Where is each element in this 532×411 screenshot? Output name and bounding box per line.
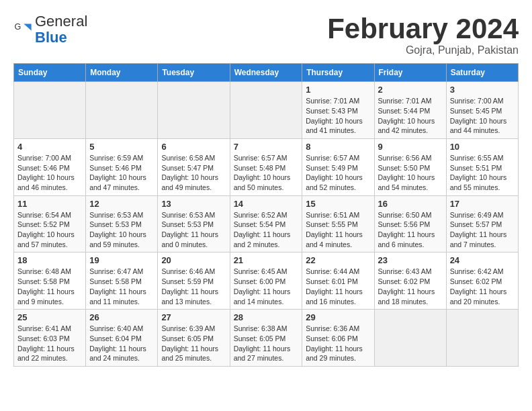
calendar-week-row: 4Sunrise: 7:00 AMSunset: 5:46 PMDaylight… (14, 138, 519, 195)
day-info: Sunrise: 6:54 AMSunset: 5:52 PMDaylight:… (17, 210, 82, 250)
day-info: Sunrise: 7:01 AMSunset: 5:44 PMDaylight:… (378, 96, 443, 136)
day-info: Sunrise: 6:58 AMSunset: 5:47 PMDaylight:… (161, 153, 226, 193)
day-number: 22 (306, 255, 370, 265)
calendar-cell: 3Sunrise: 7:00 AMSunset: 5:45 PMDaylight… (446, 82, 518, 139)
calendar-cell: 11Sunrise: 6:54 AMSunset: 5:52 PMDayligh… (14, 195, 86, 253)
day-info: Sunrise: 6:46 AMSunset: 5:59 PMDaylight:… (161, 267, 226, 306)
weekday-header-cell: Wednesday (230, 64, 302, 82)
day-info: Sunrise: 6:45 AMSunset: 6:00 PMDaylight:… (234, 267, 299, 306)
calendar-cell: 7Sunrise: 6:57 AMSunset: 5:48 PMDaylight… (230, 138, 302, 195)
day-info: Sunrise: 6:56 AMSunset: 5:50 PMDaylight:… (378, 153, 443, 193)
day-number: 2 (378, 85, 443, 95)
day-info: Sunrise: 6:38 AMSunset: 6:05 PMDaylight:… (234, 324, 299, 363)
calendar-cell: 28Sunrise: 6:38 AMSunset: 6:05 PMDayligh… (230, 310, 302, 367)
day-info: Sunrise: 6:48 AMSunset: 5:58 PMDaylight:… (17, 267, 82, 306)
weekday-header-cell: Thursday (302, 64, 374, 82)
weekday-header-cell: Monday (86, 64, 158, 82)
calendar-cell: 6Sunrise: 6:58 AMSunset: 5:47 PMDaylight… (158, 138, 230, 195)
day-number: 18 (17, 255, 82, 265)
day-number: 3 (450, 85, 515, 95)
day-info: Sunrise: 6:57 AMSunset: 5:48 PMDaylight:… (234, 153, 299, 193)
day-info: Sunrise: 6:47 AMSunset: 5:58 PMDaylight:… (89, 267, 154, 306)
title-area: February 2024 Gojra, Punjab, Pakistan (327, 13, 519, 56)
day-info: Sunrise: 6:52 AMSunset: 5:54 PMDaylight:… (234, 210, 299, 250)
weekday-header-row: SundayMondayTuesdayWednesdayThursdayFrid… (14, 64, 519, 82)
weekday-header-cell: Tuesday (158, 64, 230, 82)
day-number: 20 (161, 255, 226, 265)
calendar-week-row: 18Sunrise: 6:48 AMSunset: 5:58 PMDayligh… (14, 253, 519, 310)
day-number: 15 (306, 199, 370, 209)
calendar-cell: 17Sunrise: 6:49 AMSunset: 5:57 PMDayligh… (446, 195, 518, 253)
day-number: 12 (89, 199, 154, 209)
calendar-cell: 15Sunrise: 6:51 AMSunset: 5:55 PMDayligh… (302, 195, 374, 253)
day-number: 24 (450, 255, 515, 265)
calendar-cell (158, 82, 230, 139)
calendar-cell (446, 310, 518, 367)
weekday-header-cell: Sunday (14, 64, 86, 82)
day-number: 1 (306, 85, 370, 95)
calendar-cell: 10Sunrise: 6:55 AMSunset: 5:51 PMDayligh… (446, 138, 518, 195)
calendar-cell: 29Sunrise: 6:36 AMSunset: 6:06 PMDayligh… (302, 310, 374, 367)
day-info: Sunrise: 6:57 AMSunset: 5:49 PMDaylight:… (306, 153, 370, 193)
day-number: 6 (161, 142, 226, 152)
calendar-cell: 2Sunrise: 7:01 AMSunset: 5:44 PMDaylight… (374, 82, 446, 139)
calendar-cell: 9Sunrise: 6:56 AMSunset: 5:50 PMDaylight… (374, 138, 446, 195)
day-info: Sunrise: 6:41 AMSunset: 6:03 PMDaylight:… (17, 324, 82, 363)
calendar-body: 1Sunrise: 7:01 AMSunset: 5:43 PMDaylight… (14, 82, 519, 367)
day-info: Sunrise: 6:59 AMSunset: 5:46 PMDaylight:… (89, 153, 154, 193)
calendar-cell (86, 82, 158, 139)
day-number: 16 (378, 199, 443, 209)
calendar-cell: 14Sunrise: 6:52 AMSunset: 5:54 PMDayligh… (230, 195, 302, 253)
day-number: 19 (89, 255, 154, 265)
day-number: 14 (234, 199, 299, 209)
day-info: Sunrise: 6:49 AMSunset: 5:57 PMDaylight:… (450, 210, 515, 250)
day-info: Sunrise: 6:53 AMSunset: 5:53 PMDaylight:… (89, 210, 154, 250)
weekday-header-cell: Friday (374, 64, 446, 82)
day-info: Sunrise: 6:40 AMSunset: 6:04 PMDaylight:… (89, 324, 154, 363)
day-number: 23 (378, 255, 443, 265)
day-number: 7 (234, 142, 299, 152)
logo-icon: G (13, 20, 32, 39)
calendar-week-row: 1Sunrise: 7:01 AMSunset: 5:43 PMDaylight… (14, 82, 519, 139)
logo-text: General Blue (35, 13, 87, 46)
day-info: Sunrise: 6:55 AMSunset: 5:51 PMDaylight:… (450, 153, 515, 193)
calendar-cell: 19Sunrise: 6:47 AMSunset: 5:58 PMDayligh… (86, 253, 158, 310)
svg-marker-1 (24, 24, 31, 31)
calendar-cell: 24Sunrise: 6:42 AMSunset: 6:02 PMDayligh… (446, 253, 518, 310)
calendar-cell: 8Sunrise: 6:57 AMSunset: 5:49 PMDaylight… (302, 138, 374, 195)
day-info: Sunrise: 7:00 AMSunset: 5:46 PMDaylight:… (17, 153, 82, 193)
calendar-cell: 16Sunrise: 6:50 AMSunset: 5:56 PMDayligh… (374, 195, 446, 253)
day-number: 26 (89, 312, 154, 322)
calendar-cell (230, 82, 302, 139)
calendar-cell: 13Sunrise: 6:53 AMSunset: 5:53 PMDayligh… (158, 195, 230, 253)
calendar-cell: 21Sunrise: 6:45 AMSunset: 6:00 PMDayligh… (230, 253, 302, 310)
calendar-cell: 25Sunrise: 6:41 AMSunset: 6:03 PMDayligh… (14, 310, 86, 367)
calendar-cell: 23Sunrise: 6:43 AMSunset: 6:02 PMDayligh… (374, 253, 446, 310)
location-subtitle: Gojra, Punjab, Pakistan (327, 44, 519, 56)
day-info: Sunrise: 6:44 AMSunset: 6:01 PMDaylight:… (306, 267, 370, 306)
calendar-cell (14, 82, 86, 139)
calendar-cell: 26Sunrise: 6:40 AMSunset: 6:04 PMDayligh… (86, 310, 158, 367)
month-title: February 2024 (327, 13, 519, 44)
day-info: Sunrise: 6:50 AMSunset: 5:56 PMDaylight:… (378, 210, 443, 250)
calendar-cell: 18Sunrise: 6:48 AMSunset: 5:58 PMDayligh… (14, 253, 86, 310)
calendar-table: SundayMondayTuesdayWednesdayThursdayFrid… (13, 63, 519, 367)
day-number: 10 (450, 142, 515, 152)
day-info: Sunrise: 7:01 AMSunset: 5:43 PMDaylight:… (306, 96, 370, 136)
day-number: 8 (306, 142, 370, 152)
calendar-week-row: 11Sunrise: 6:54 AMSunset: 5:52 PMDayligh… (14, 195, 519, 253)
day-number: 21 (234, 255, 299, 265)
day-number: 17 (450, 199, 515, 209)
day-info: Sunrise: 7:00 AMSunset: 5:45 PMDaylight:… (450, 96, 515, 136)
day-number: 5 (89, 142, 154, 152)
weekday-header-cell: Saturday (446, 64, 518, 82)
day-info: Sunrise: 6:43 AMSunset: 6:02 PMDaylight:… (378, 267, 443, 306)
calendar-cell: 27Sunrise: 6:39 AMSunset: 6:05 PMDayligh… (158, 310, 230, 367)
calendar-cell: 5Sunrise: 6:59 AMSunset: 5:46 PMDaylight… (86, 138, 158, 195)
day-number: 27 (161, 312, 226, 322)
day-number: 9 (378, 142, 443, 152)
calendar-cell: 22Sunrise: 6:44 AMSunset: 6:01 PMDayligh… (302, 253, 374, 310)
day-number: 25 (17, 312, 82, 322)
day-number: 28 (234, 312, 299, 322)
day-info: Sunrise: 6:53 AMSunset: 5:53 PMDaylight:… (161, 210, 226, 250)
